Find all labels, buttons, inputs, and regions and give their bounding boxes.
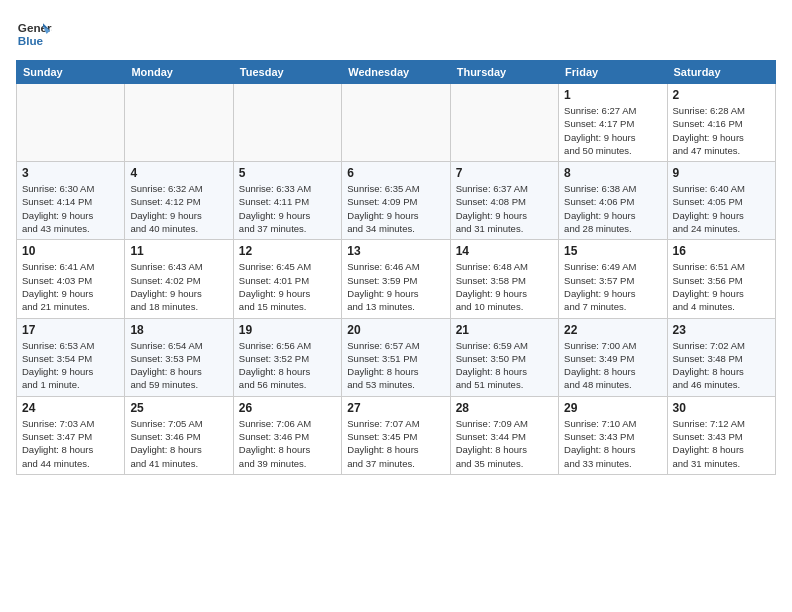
calendar-cell: 11Sunrise: 6:43 AM Sunset: 4:02 PM Dayli… [125, 240, 233, 318]
day-info: Sunrise: 6:51 AM Sunset: 3:56 PM Dayligh… [673, 260, 770, 313]
calendar-cell: 7Sunrise: 6:37 AM Sunset: 4:08 PM Daylig… [450, 162, 558, 240]
day-info: Sunrise: 6:28 AM Sunset: 4:16 PM Dayligh… [673, 104, 770, 157]
day-info: Sunrise: 6:43 AM Sunset: 4:02 PM Dayligh… [130, 260, 227, 313]
calendar-cell: 27Sunrise: 7:07 AM Sunset: 3:45 PM Dayli… [342, 396, 450, 474]
calendar-cell: 20Sunrise: 6:57 AM Sunset: 3:51 PM Dayli… [342, 318, 450, 396]
day-number: 8 [564, 166, 661, 180]
calendar-cell: 30Sunrise: 7:12 AM Sunset: 3:43 PM Dayli… [667, 396, 775, 474]
day-info: Sunrise: 6:33 AM Sunset: 4:11 PM Dayligh… [239, 182, 336, 235]
calendar-cell: 26Sunrise: 7:06 AM Sunset: 3:46 PM Dayli… [233, 396, 341, 474]
col-header-friday: Friday [559, 61, 667, 84]
calendar-cell [125, 84, 233, 162]
day-info: Sunrise: 6:49 AM Sunset: 3:57 PM Dayligh… [564, 260, 661, 313]
day-number: 16 [673, 244, 770, 258]
day-info: Sunrise: 6:41 AM Sunset: 4:03 PM Dayligh… [22, 260, 119, 313]
day-number: 29 [564, 401, 661, 415]
calendar-cell: 28Sunrise: 7:09 AM Sunset: 3:44 PM Dayli… [450, 396, 558, 474]
day-number: 7 [456, 166, 553, 180]
day-number: 17 [22, 323, 119, 337]
day-number: 24 [22, 401, 119, 415]
logo-icon: General Blue [16, 16, 52, 52]
calendar-cell: 10Sunrise: 6:41 AM Sunset: 4:03 PM Dayli… [17, 240, 125, 318]
day-number: 25 [130, 401, 227, 415]
day-number: 22 [564, 323, 661, 337]
week-row-0: 1Sunrise: 6:27 AM Sunset: 4:17 PM Daylig… [17, 84, 776, 162]
day-info: Sunrise: 6:40 AM Sunset: 4:05 PM Dayligh… [673, 182, 770, 235]
calendar-cell: 12Sunrise: 6:45 AM Sunset: 4:01 PM Dayli… [233, 240, 341, 318]
day-info: Sunrise: 6:45 AM Sunset: 4:01 PM Dayligh… [239, 260, 336, 313]
header: General Blue [16, 16, 776, 52]
week-row-2: 10Sunrise: 6:41 AM Sunset: 4:03 PM Dayli… [17, 240, 776, 318]
day-info: Sunrise: 7:10 AM Sunset: 3:43 PM Dayligh… [564, 417, 661, 470]
day-number: 4 [130, 166, 227, 180]
day-info: Sunrise: 6:53 AM Sunset: 3:54 PM Dayligh… [22, 339, 119, 392]
day-number: 1 [564, 88, 661, 102]
day-info: Sunrise: 6:57 AM Sunset: 3:51 PM Dayligh… [347, 339, 444, 392]
week-row-1: 3Sunrise: 6:30 AM Sunset: 4:14 PM Daylig… [17, 162, 776, 240]
day-info: Sunrise: 7:02 AM Sunset: 3:48 PM Dayligh… [673, 339, 770, 392]
calendar-cell [342, 84, 450, 162]
day-number: 14 [456, 244, 553, 258]
day-number: 15 [564, 244, 661, 258]
col-header-thursday: Thursday [450, 61, 558, 84]
day-info: Sunrise: 6:35 AM Sunset: 4:09 PM Dayligh… [347, 182, 444, 235]
calendar-cell: 15Sunrise: 6:49 AM Sunset: 3:57 PM Dayli… [559, 240, 667, 318]
calendar-cell: 4Sunrise: 6:32 AM Sunset: 4:12 PM Daylig… [125, 162, 233, 240]
calendar-cell: 19Sunrise: 6:56 AM Sunset: 3:52 PM Dayli… [233, 318, 341, 396]
calendar-cell [450, 84, 558, 162]
week-row-4: 24Sunrise: 7:03 AM Sunset: 3:47 PM Dayli… [17, 396, 776, 474]
day-number: 26 [239, 401, 336, 415]
calendar-cell: 17Sunrise: 6:53 AM Sunset: 3:54 PM Dayli… [17, 318, 125, 396]
calendar-cell: 16Sunrise: 6:51 AM Sunset: 3:56 PM Dayli… [667, 240, 775, 318]
day-info: Sunrise: 6:37 AM Sunset: 4:08 PM Dayligh… [456, 182, 553, 235]
day-number: 20 [347, 323, 444, 337]
day-number: 2 [673, 88, 770, 102]
col-header-monday: Monday [125, 61, 233, 84]
calendar-cell: 2Sunrise: 6:28 AM Sunset: 4:16 PM Daylig… [667, 84, 775, 162]
col-header-sunday: Sunday [17, 61, 125, 84]
calendar-cell: 18Sunrise: 6:54 AM Sunset: 3:53 PM Dayli… [125, 318, 233, 396]
day-number: 5 [239, 166, 336, 180]
day-number: 30 [673, 401, 770, 415]
col-header-saturday: Saturday [667, 61, 775, 84]
day-info: Sunrise: 7:03 AM Sunset: 3:47 PM Dayligh… [22, 417, 119, 470]
day-number: 6 [347, 166, 444, 180]
day-info: Sunrise: 6:32 AM Sunset: 4:12 PM Dayligh… [130, 182, 227, 235]
day-number: 28 [456, 401, 553, 415]
col-header-tuesday: Tuesday [233, 61, 341, 84]
day-info: Sunrise: 7:05 AM Sunset: 3:46 PM Dayligh… [130, 417, 227, 470]
day-number: 3 [22, 166, 119, 180]
calendar-cell: 5Sunrise: 6:33 AM Sunset: 4:11 PM Daylig… [233, 162, 341, 240]
day-number: 10 [22, 244, 119, 258]
calendar-cell: 21Sunrise: 6:59 AM Sunset: 3:50 PM Dayli… [450, 318, 558, 396]
col-header-wednesday: Wednesday [342, 61, 450, 84]
day-number: 23 [673, 323, 770, 337]
calendar: SundayMondayTuesdayWednesdayThursdayFrid… [16, 60, 776, 475]
day-number: 27 [347, 401, 444, 415]
calendar-cell: 25Sunrise: 7:05 AM Sunset: 3:46 PM Dayli… [125, 396, 233, 474]
day-info: Sunrise: 6:46 AM Sunset: 3:59 PM Dayligh… [347, 260, 444, 313]
calendar-header-row: SundayMondayTuesdayWednesdayThursdayFrid… [17, 61, 776, 84]
day-number: 19 [239, 323, 336, 337]
day-info: Sunrise: 6:30 AM Sunset: 4:14 PM Dayligh… [22, 182, 119, 235]
day-info: Sunrise: 6:54 AM Sunset: 3:53 PM Dayligh… [130, 339, 227, 392]
calendar-cell: 9Sunrise: 6:40 AM Sunset: 4:05 PM Daylig… [667, 162, 775, 240]
calendar-cell: 14Sunrise: 6:48 AM Sunset: 3:58 PM Dayli… [450, 240, 558, 318]
calendar-cell: 22Sunrise: 7:00 AM Sunset: 3:49 PM Dayli… [559, 318, 667, 396]
day-info: Sunrise: 6:56 AM Sunset: 3:52 PM Dayligh… [239, 339, 336, 392]
day-number: 18 [130, 323, 227, 337]
week-row-3: 17Sunrise: 6:53 AM Sunset: 3:54 PM Dayli… [17, 318, 776, 396]
day-info: Sunrise: 7:12 AM Sunset: 3:43 PM Dayligh… [673, 417, 770, 470]
day-info: Sunrise: 6:59 AM Sunset: 3:50 PM Dayligh… [456, 339, 553, 392]
calendar-cell: 8Sunrise: 6:38 AM Sunset: 4:06 PM Daylig… [559, 162, 667, 240]
calendar-cell: 13Sunrise: 6:46 AM Sunset: 3:59 PM Dayli… [342, 240, 450, 318]
calendar-cell: 24Sunrise: 7:03 AM Sunset: 3:47 PM Dayli… [17, 396, 125, 474]
day-info: Sunrise: 7:06 AM Sunset: 3:46 PM Dayligh… [239, 417, 336, 470]
day-info: Sunrise: 6:38 AM Sunset: 4:06 PM Dayligh… [564, 182, 661, 235]
day-info: Sunrise: 7:00 AM Sunset: 3:49 PM Dayligh… [564, 339, 661, 392]
day-info: Sunrise: 6:48 AM Sunset: 3:58 PM Dayligh… [456, 260, 553, 313]
day-info: Sunrise: 6:27 AM Sunset: 4:17 PM Dayligh… [564, 104, 661, 157]
day-info: Sunrise: 7:09 AM Sunset: 3:44 PM Dayligh… [456, 417, 553, 470]
calendar-cell: 6Sunrise: 6:35 AM Sunset: 4:09 PM Daylig… [342, 162, 450, 240]
day-info: Sunrise: 7:07 AM Sunset: 3:45 PM Dayligh… [347, 417, 444, 470]
